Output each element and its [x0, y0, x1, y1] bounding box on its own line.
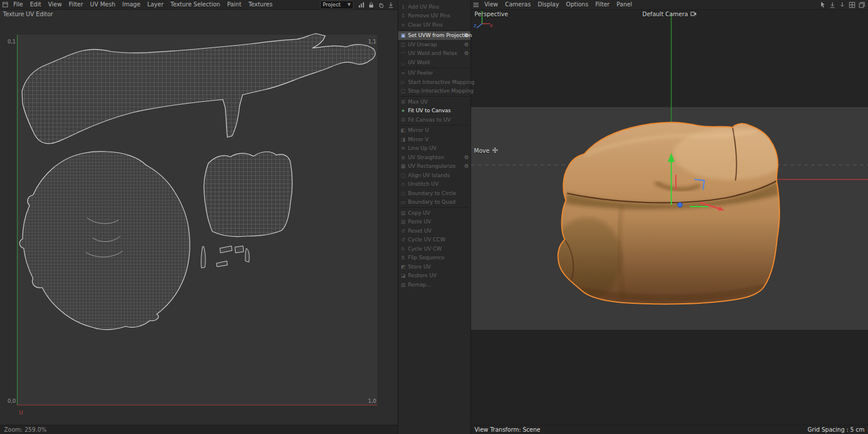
- gizmo-center-dot[interactable]: [678, 203, 682, 207]
- menu-item-label: Restore UV: [408, 273, 437, 278]
- camera-label: Default Camera: [642, 11, 688, 17]
- axis-orientation-hud[interactable]: Y X Z: [471, 9, 494, 34]
- menu-item-label: UV Weld: [408, 60, 430, 65]
- menu-item-fit-canvas-to-uv[interactable]: ⊟Fit Canvas to UV: [398, 115, 470, 124]
- gear-icon[interactable]: ⚙: [464, 32, 469, 38]
- uv-canvas[interactable]: 0,1 1,1 0,0 1,0 U: [0, 9, 398, 425]
- menu-item-label: Copy UV: [408, 210, 430, 216]
- bag-model[interactable]: [552, 122, 789, 310]
- gear-icon[interactable]: ⚙: [464, 155, 469, 160]
- move-cross-icon: [492, 147, 498, 155]
- menu-paint[interactable]: Paint: [223, 0, 245, 9]
- menu-file[interactable]: File: [10, 0, 27, 9]
- gear-icon[interactable]: ⚙: [464, 42, 469, 47]
- uv-island-quad[interactable]: [204, 152, 292, 236]
- menu-item-uv-straighten[interactable]: ≣UV Straighten⚙: [398, 153, 470, 162]
- dock-arrow-icon[interactable]: [387, 1, 395, 9]
- menu-item-uv-weld-and-relax[interactable]: ◠UV Weld and Relax⚙: [398, 49, 470, 58]
- menu-item-label: Store UV: [408, 264, 431, 270]
- menu-item-reset-uv[interactable]: ↺Reset UV: [398, 226, 470, 236]
- menu-item-boundary-to-quad[interactable]: ▭Boundary to Quad: [398, 198, 470, 207]
- menu-item-stop-interactive-mapping[interactable]: □Stop Interactive Mapping: [398, 87, 470, 96]
- menu-filter[interactable]: Filter: [592, 0, 613, 9]
- gear-icon[interactable]: ⚙: [464, 50, 469, 56]
- cycle-uv-cw-icon: ↻: [399, 246, 407, 252]
- lock-icon[interactable]: [367, 1, 376, 9]
- camera-swap-icon[interactable]: [690, 11, 697, 17]
- menu-item-label: UV Weld and Relax: [408, 50, 457, 56]
- gear-icon[interactable]: ⚙: [464, 163, 469, 169]
- menu-item-start-interactive-mapping[interactable]: ▷Start Interactive Mapping: [398, 78, 470, 87]
- menu-layer[interactable]: Layer: [144, 0, 167, 9]
- menu-item-max-uv[interactable]: ⊞Max UV: [398, 97, 470, 106]
- menu-item-label: Unstitch UV: [408, 181, 439, 187]
- arrow-down-icon[interactable]: [838, 1, 847, 9]
- chevron-down-icon: ▼: [348, 2, 351, 7]
- viewport-sky-band: [471, 9, 868, 107]
- menu-separator: [400, 30, 469, 31]
- menu-item-flip-sequence[interactable]: ⇅Flip Sequence: [398, 253, 470, 263]
- histogram-icon[interactable]: [357, 1, 366, 9]
- menu-item-uv-unwrap[interactable]: ◫UV Unwrap⚙: [398, 40, 470, 49]
- uv-peeler-icon: ≈: [399, 70, 407, 76]
- menu-item-clear-uv-pins[interactable]: ×Clear UV Pins: [398, 20, 470, 30]
- menu-item-remove-uv-pins[interactable]: ↥Remove UV Pins: [398, 12, 470, 21]
- menu-view[interactable]: View: [45, 0, 65, 9]
- hamburger-icon[interactable]: [472, 1, 480, 9]
- menu-image[interactable]: Image: [119, 0, 144, 9]
- project-dropdown[interactable]: Project ▼: [320, 1, 354, 9]
- menu-item-boundary-to-circle[interactable]: ○Boundary to Circle: [398, 189, 470, 198]
- uv-unwrap-icon: ◫: [399, 42, 407, 47]
- layout-grid-icon[interactable]: [848, 1, 856, 9]
- menu-item-add-uv-pins[interactable]: ↧Add UV Pins: [398, 2, 470, 12]
- menu-display[interactable]: Display: [534, 0, 562, 9]
- menu-item-line-up-uv[interactable]: ≡Line Up UV: [398, 144, 470, 153]
- axis-y-label: Y: [480, 10, 484, 15]
- menu-item-label: Set UVW from Projection: [408, 32, 472, 38]
- menu-item-mirror-u[interactable]: ◧Mirror U: [398, 126, 470, 135]
- view-transform-label: View Transform: Scene: [475, 426, 540, 433]
- uv-editor-menubar: FileEditViewFilterUV MeshImageLayerTextu…: [0, 0, 398, 10]
- viewport-statusbar: View Transform: Scene Grid Spacing : 5 c…: [471, 425, 868, 434]
- menu-panel[interactable]: Panel: [613, 0, 635, 9]
- float-window-icon[interactable]: [858, 1, 866, 9]
- menu-item-copy-uv[interactable]: ▤Copy UV: [398, 208, 470, 218]
- viewport-3d[interactable]: Perspective Default Camera Move Y X Z: [471, 9, 868, 424]
- menu-options[interactable]: Options: [562, 0, 592, 9]
- menu-filter[interactable]: Filter: [65, 0, 87, 9]
- menu-item-restore-uv[interactable]: ◪Restore UV: [398, 271, 470, 281]
- menu-item-align-uv-islands[interactable]: ▢Align UV Islands: [398, 171, 470, 180]
- menu-item-label: Fit Canvas to UV: [408, 117, 451, 123]
- dock-arrow-icon[interactable]: [828, 1, 837, 9]
- application-window: { "uv_editor": { "menubar": [ {"label": …: [0, 0, 868, 434]
- restore-uv-icon: ◪: [399, 273, 407, 278]
- menu-edit[interactable]: Edit: [27, 0, 45, 9]
- menu-cameras[interactable]: Cameras: [502, 0, 534, 9]
- menu-separator: [400, 125, 469, 126]
- menu-item-uv-peeler[interactable]: ≈UV Peeler: [398, 69, 470, 78]
- remap-icon: ▧: [399, 282, 407, 288]
- window-icon[interactable]: [1, 1, 9, 9]
- menu-item-label: Boundary to Circle: [408, 190, 456, 196]
- menu-item-set-uvw-from-projection[interactable]: ▣Set UVW from Projection⚙: [398, 31, 470, 41]
- menu-item-store-uv[interactable]: ◩Store UV: [398, 262, 470, 271]
- menu-item-unstitch-uv[interactable]: ◇Unstitch UV: [398, 180, 470, 189]
- menu-item-mirror-v[interactable]: ◨Mirror V: [398, 135, 470, 144]
- menu-item-uv-weld[interactable]: ◡UV Weld: [398, 58, 470, 67]
- menu-item-cycle-uv-ccw[interactable]: ↺Cycle UV CCW: [398, 236, 470, 245]
- menu-textures[interactable]: Textures: [245, 0, 276, 9]
- menu-item-paste-uv[interactable]: ▥Paste UV: [398, 218, 470, 227]
- camera-label-group[interactable]: Default Camera: [642, 11, 697, 17]
- menu-item-cycle-uv-cw[interactable]: ↻Cycle UV CW: [398, 244, 470, 253]
- zoom-level: Zoom: 259.0%: [4, 426, 47, 433]
- pan-hand-icon[interactable]: [377, 1, 385, 9]
- cursor-icon[interactable]: [818, 1, 827, 9]
- menu-item-uv-rectangularize[interactable]: ▦UV Rectangularize⚙: [398, 162, 470, 171]
- menu-item-fit-uv-to-canvas[interactable]: +Fit UV to Canvas: [398, 106, 470, 116]
- menu-uv-mesh[interactable]: UV Mesh: [87, 0, 119, 9]
- uv-straighten-icon: ≣: [399, 155, 407, 160]
- menu-item-remap[interactable]: ▧Remap...: [398, 280, 470, 289]
- clear-uv-pins-icon: ×: [399, 22, 407, 28]
- menu-view[interactable]: View: [481, 0, 502, 9]
- menu-texture-selection[interactable]: Texture Selection: [167, 0, 224, 9]
